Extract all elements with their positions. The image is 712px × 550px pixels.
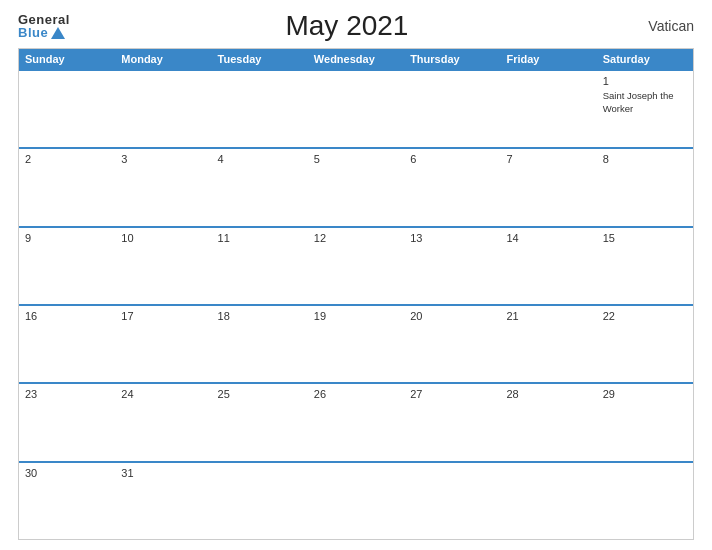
country-name: Vatican	[624, 18, 694, 34]
cell-w2-sun: 2	[19, 149, 115, 225]
cell-w4-wed: 19	[308, 306, 404, 382]
cell-w3-mon: 10	[115, 228, 211, 304]
cell-w5-sun: 23	[19, 384, 115, 460]
calendar-body: 1 Saint Joseph the Worker 2 3 4 5 6 7 8 …	[19, 69, 693, 539]
cell-w5-fri: 28	[500, 384, 596, 460]
week-row-2: 2 3 4 5 6 7 8	[19, 147, 693, 225]
cell-w4-sun: 16	[19, 306, 115, 382]
header-friday: Friday	[500, 49, 596, 69]
cell-w1-wed	[308, 71, 404, 147]
cell-w3-fri: 14	[500, 228, 596, 304]
cell-w5-thu: 27	[404, 384, 500, 460]
cell-w3-wed: 12	[308, 228, 404, 304]
cell-w6-tue	[212, 463, 308, 539]
header: General Blue May 2021 Vatican	[18, 10, 694, 42]
cell-w6-fri	[500, 463, 596, 539]
cell-w3-thu: 13	[404, 228, 500, 304]
week-row-3: 9 10 11 12 13 14 15	[19, 226, 693, 304]
cell-w5-tue: 25	[212, 384, 308, 460]
day-headers-row: Sunday Monday Tuesday Wednesday Thursday…	[19, 49, 693, 69]
cell-w2-fri: 7	[500, 149, 596, 225]
cell-w1-thu	[404, 71, 500, 147]
header-saturday: Saturday	[597, 49, 693, 69]
header-tuesday: Tuesday	[212, 49, 308, 69]
cell-w6-sun: 30	[19, 463, 115, 539]
cell-w2-thu: 6	[404, 149, 500, 225]
cell-w4-tue: 18	[212, 306, 308, 382]
cell-w6-sat	[597, 463, 693, 539]
cell-w3-sat: 15	[597, 228, 693, 304]
cell-w2-tue: 4	[212, 149, 308, 225]
week-row-1: 1 Saint Joseph the Worker	[19, 69, 693, 147]
header-sunday: Sunday	[19, 49, 115, 69]
header-wednesday: Wednesday	[308, 49, 404, 69]
page: General Blue May 2021 Vatican Sunday Mon…	[0, 0, 712, 550]
cell-w4-sat: 22	[597, 306, 693, 382]
cell-w3-tue: 11	[212, 228, 308, 304]
calendar-title: May 2021	[70, 10, 624, 42]
cell-w5-mon: 24	[115, 384, 211, 460]
week-row-5: 23 24 25 26 27 28 29	[19, 382, 693, 460]
cell-w6-thu	[404, 463, 500, 539]
cell-w1-sun	[19, 71, 115, 147]
header-thursday: Thursday	[404, 49, 500, 69]
cell-w2-mon: 3	[115, 149, 211, 225]
logo-blue-text: Blue	[18, 26, 70, 39]
logo-triangle-icon	[51, 27, 65, 39]
header-monday: Monday	[115, 49, 211, 69]
event-saint-joseph: Saint Joseph the Worker	[603, 90, 674, 114]
cell-w4-fri: 21	[500, 306, 596, 382]
cell-w3-sun: 9	[19, 228, 115, 304]
cell-w5-wed: 26	[308, 384, 404, 460]
cell-w6-wed	[308, 463, 404, 539]
logo: General Blue	[18, 13, 70, 39]
cell-w2-sat: 8	[597, 149, 693, 225]
week-row-4: 16 17 18 19 20 21 22	[19, 304, 693, 382]
cell-w1-tue	[212, 71, 308, 147]
cell-w2-wed: 5	[308, 149, 404, 225]
cell-w1-fri	[500, 71, 596, 147]
cell-w1-sat: 1 Saint Joseph the Worker	[597, 71, 693, 147]
cell-w1-mon	[115, 71, 211, 147]
week-row-6: 30 31	[19, 461, 693, 539]
cell-w4-mon: 17	[115, 306, 211, 382]
calendar: Sunday Monday Tuesday Wednesday Thursday…	[18, 48, 694, 540]
cell-w5-sat: 29	[597, 384, 693, 460]
cell-w4-thu: 20	[404, 306, 500, 382]
cell-w6-mon: 31	[115, 463, 211, 539]
